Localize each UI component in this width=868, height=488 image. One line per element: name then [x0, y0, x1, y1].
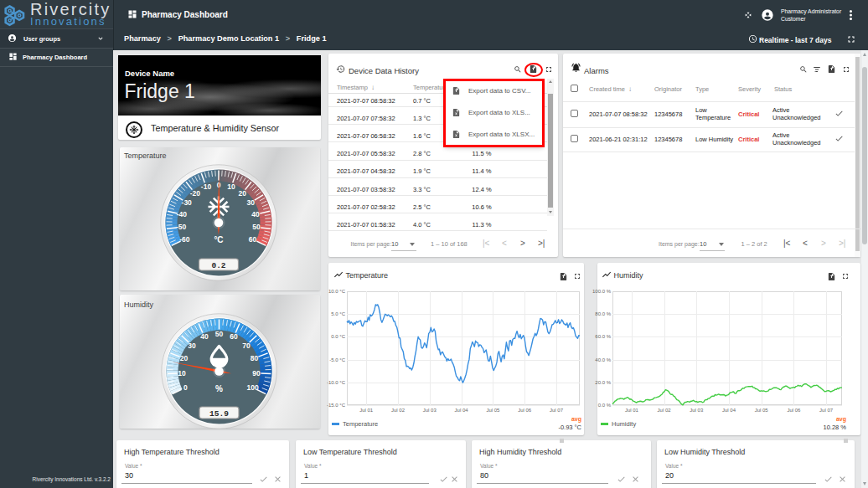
svg-text:40: 40: [251, 210, 260, 218]
svg-text:°C: °C: [214, 235, 223, 244]
svg-text:-40: -40: [177, 210, 188, 218]
svg-text:70: 70: [242, 342, 251, 350]
svg-text:30: 30: [247, 198, 256, 207]
svg-text:-30: -30: [182, 198, 193, 207]
svg-text:0.2: 0.2: [211, 261, 225, 270]
svg-text:80: 80: [250, 354, 258, 362]
svg-text:90: 90: [252, 369, 261, 378]
svg-text:10: 10: [227, 182, 235, 191]
svg-text:-60: -60: [179, 235, 190, 244]
svg-text:-10: -10: [201, 182, 212, 191]
svg-text:%: %: [215, 384, 223, 393]
svg-text:0: 0: [183, 383, 187, 392]
svg-text:-50: -50: [176, 223, 187, 231]
svg-text:-20: -20: [190, 189, 201, 198]
svg-text:15.9: 15.9: [209, 409, 229, 419]
svg-text:60: 60: [249, 235, 257, 244]
svg-text:20: 20: [238, 189, 246, 198]
svg-text:10: 10: [178, 369, 186, 378]
svg-text:50: 50: [214, 330, 223, 338]
svg-text:40: 40: [200, 332, 209, 341]
svg-text:50: 50: [252, 223, 261, 231]
svg-text:30: 30: [188, 342, 196, 350]
svg-text:60: 60: [230, 332, 238, 341]
svg-text:20: 20: [179, 354, 188, 362]
svg-text:100: 100: [246, 383, 258, 392]
